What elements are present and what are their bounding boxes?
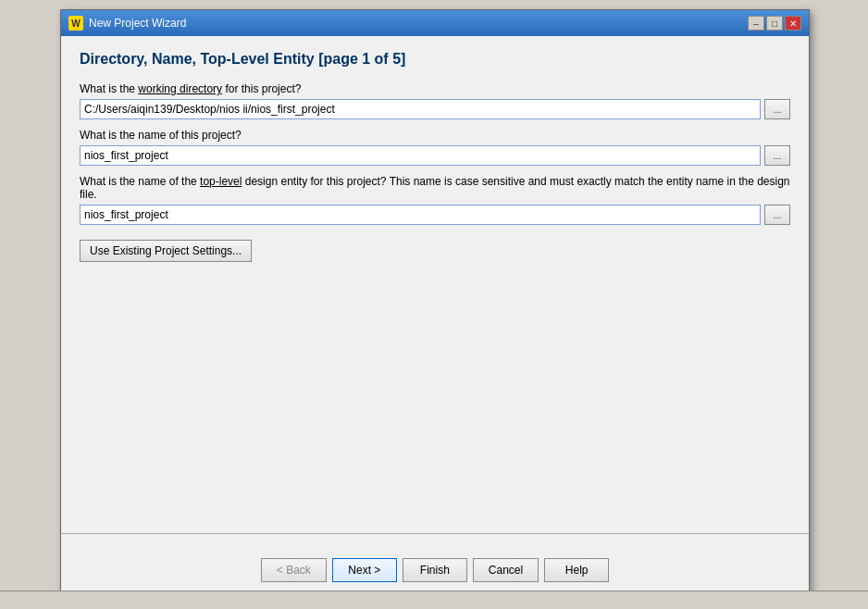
working-dir-input-row: ... — [80, 99, 790, 119]
bottom-separator — [61, 533, 809, 534]
use-existing-settings-button[interactable]: Use Existing Project Settings... — [80, 240, 252, 262]
top-level-input[interactable] — [80, 205, 761, 225]
minimize-button[interactable]: – — [748, 16, 764, 31]
project-name-input-row: ... — [80, 145, 790, 166]
cancel-button[interactable]: Cancel — [473, 558, 539, 582]
back-button[interactable]: < Back — [261, 558, 327, 582]
project-name-browse-button[interactable]: ... — [764, 145, 790, 166]
title-bar-left: W New Project Wizard — [68, 16, 186, 31]
project-name-label: What is the name of this project? — [80, 129, 790, 142]
project-name-input[interactable] — [80, 145, 761, 166]
help-button[interactable]: Help — [544, 558, 609, 582]
new-project-wizard-dialog: W New Project Wizard – □ ✕ Directory, Na… — [60, 9, 810, 592]
top-level-underline: top-level — [200, 175, 242, 188]
finish-button[interactable]: Finish — [403, 558, 467, 582]
top-level-section: What is the name of the top-level design… — [80, 175, 790, 225]
working-dir-input[interactable] — [80, 99, 761, 119]
working-dir-browse-button[interactable]: ... — [764, 99, 790, 119]
button-bar: < Back Next > Finish Cancel Help — [61, 549, 809, 591]
title-bar-buttons: – □ ✕ — [748, 16, 801, 31]
top-level-input-row: ... — [80, 205, 790, 225]
next-button[interactable]: Next > — [332, 558, 397, 582]
dialog-title-bar: W New Project Wizard – □ ✕ — [61, 10, 809, 36]
maximize-button[interactable]: □ — [766, 16, 783, 31]
close-button[interactable]: ✕ — [785, 16, 801, 31]
content-spacer — [80, 271, 790, 524]
ide-statusbar — [0, 590, 868, 609]
working-dir-underline: working directory — [138, 82, 222, 95]
top-level-browse-button[interactable]: ... — [764, 205, 790, 225]
dialog-content: Directory, Name, Top-Level Entity [page … — [61, 36, 809, 549]
top-level-label: What is the name of the top-level design… — [80, 175, 790, 201]
dialog-icon: W — [68, 16, 83, 31]
working-dir-section: What is the working directory for this p… — [80, 82, 790, 119]
working-dir-label: What is the working directory for this p… — [80, 82, 790, 95]
page-heading: Directory, Name, Top-Level Entity [page … — [80, 51, 790, 68]
dialog-title-text: New Project Wizard — [89, 17, 186, 30]
project-name-section: What is the name of this project? ... — [80, 129, 790, 166]
